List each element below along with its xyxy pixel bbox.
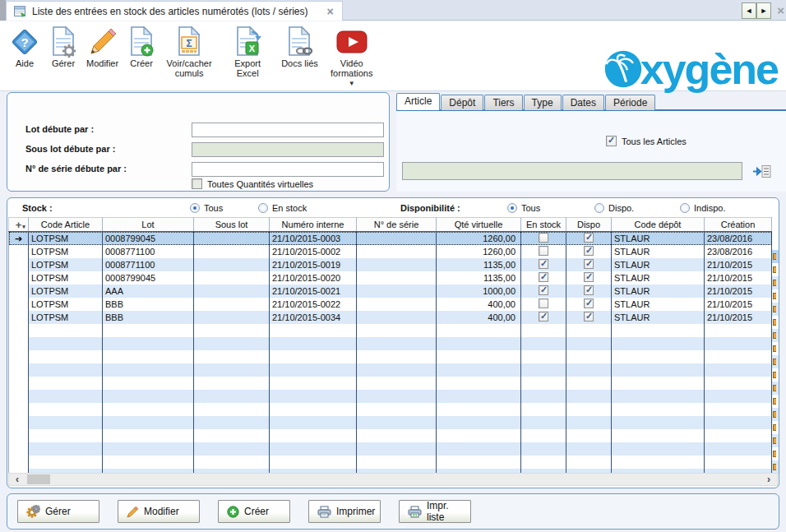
table-row[interactable]: LOTPSM000879904521/10/2015-00201135,00ST… (9, 271, 772, 285)
radio-en-stock[interactable]: En stock (258, 203, 307, 213)
dispo-checkbox[interactable] (584, 272, 594, 282)
tab-article[interactable]: Article (396, 93, 440, 110)
row-selector-cell[interactable] (9, 245, 29, 258)
table-row-empty[interactable] (9, 429, 772, 442)
grid-column-header-creation[interactable]: Création (705, 218, 772, 232)
grid-column-header-qte-virtuelle[interactable]: Qté virtuelle (437, 218, 521, 232)
toutes-quantites-checkbox[interactable] (192, 178, 202, 189)
radio-icon[interactable] (680, 203, 690, 213)
radio-tous[interactable]: Tous (190, 203, 223, 213)
window-close-icon[interactable]: × (777, 3, 784, 17)
grid-column-header-code-article[interactable]: Code Article (29, 218, 103, 232)
table-row[interactable]: ➔LOTPSM000879904521/10/2015-00031260,00S… (9, 232, 772, 246)
modifier-button[interactable]: Modifier (118, 500, 200, 523)
en-stock-checkbox[interactable] (539, 285, 548, 295)
table-row-empty[interactable] (9, 442, 772, 456)
lot-filter-input[interactable] (192, 123, 384, 137)
dispo-checkbox[interactable] (584, 259, 594, 269)
dispo-checkbox[interactable] (584, 285, 594, 295)
en-stock-checkbox[interactable] (539, 312, 548, 322)
toolbar-button-creer[interactable]: Créer (125, 24, 158, 70)
tab-periode[interactable]: Période (605, 95, 655, 110)
tous-articles-checkbox[interactable] (606, 136, 617, 146)
dispo-checkbox[interactable] (584, 312, 594, 322)
row-selector-cell[interactable] (9, 298, 29, 311)
toolbar-button-docs-lies[interactable]: Docs liés (279, 24, 321, 70)
row-selector-cell[interactable] (9, 403, 29, 416)
row-selector-cell[interactable] (9, 416, 29, 429)
radio-icon[interactable] (190, 203, 200, 213)
table-row-empty[interactable] (9, 350, 772, 363)
row-selector-cell[interactable] (9, 258, 29, 271)
row-selector-cell[interactable] (9, 285, 29, 298)
chevron-down-icon[interactable]: ▼ (349, 80, 355, 87)
horizontal-scrollbar[interactable]: ‹ › (8, 473, 778, 486)
row-selector-cell[interactable] (9, 271, 29, 285)
toolbar-button-aide[interactable]: ?Aide (7, 24, 43, 70)
tab-depot[interactable]: Dépôt (441, 95, 483, 110)
radio-tous[interactable]: Tous (507, 203, 540, 213)
en-stock-checkbox[interactable] (539, 298, 548, 308)
table-row[interactable]: LOTPSMBBB21/10/2015-0034400,00STLAUR21/1… (9, 311, 772, 324)
imprimer-button[interactable]: Imprimer (308, 500, 381, 523)
row-selector-cell[interactable]: ➔ (9, 232, 29, 246)
tab-type[interactable]: Type (524, 95, 562, 110)
table-row[interactable]: LOTPSMBBB21/10/2015-0022400,00STLAUR21/1… (9, 298, 772, 311)
table-row[interactable]: LOTPSMAAA21/10/2015-00211000,00STLAUR21/… (9, 285, 772, 298)
table-row-empty[interactable] (9, 337, 772, 350)
row-selector-cell[interactable] (9, 311, 29, 324)
scrollbar-thumb[interactable] (27, 474, 50, 484)
article-lookup-icon[interactable] (752, 164, 772, 178)
table-row[interactable]: LOTPSM000877110021/10/2015-00021260,00ST… (9, 245, 772, 258)
document-tab[interactable]: Liste des entrées en stock des articles … (6, 1, 343, 21)
grid-column-header-sous-lot[interactable]: Sous lot (194, 218, 270, 232)
dispo-checkbox[interactable] (584, 298, 594, 308)
en-stock-checkbox[interactable] (539, 259, 548, 269)
grid-column-header-n-de-serie[interactable]: N° de série (357, 218, 437, 232)
radio-dispo[interactable]: Dispo. (594, 203, 634, 213)
creer-button[interactable]: Créer (218, 500, 290, 523)
row-selector-cell[interactable] (9, 363, 29, 377)
row-selector-cell[interactable] (9, 324, 29, 337)
row-selector-cell[interactable] (9, 350, 29, 363)
toolbar-button-gerer[interactable]: Gérer (47, 24, 80, 70)
tab-dates[interactable]: Dates (562, 95, 604, 110)
toolbar-button-export-excel[interactable]: XExport Excel (220, 24, 275, 80)
table-row-empty[interactable] (9, 456, 772, 469)
table-row-empty[interactable] (9, 403, 772, 416)
row-selector-cell[interactable] (9, 429, 29, 442)
toolbar-button-video-formations[interactable]: Vidéo formations▼ (325, 24, 379, 89)
table-row-empty[interactable] (9, 324, 772, 337)
table-row-empty[interactable] (9, 416, 772, 429)
serie-filter-input[interactable] (192, 162, 384, 177)
tab-tiers[interactable]: Tiers (484, 95, 522, 110)
dispo-checkbox[interactable] (584, 233, 594, 243)
grid-column-header-code-depot[interactable]: Code dépôt (612, 218, 705, 232)
en-stock-checkbox[interactable] (539, 246, 548, 256)
scroll-left-icon[interactable]: ‹ (11, 474, 24, 485)
radio-icon[interactable] (507, 203, 517, 213)
toolbar-button-voir-cacher-cumuls[interactable]: ΣVoir/cacher cumuls (162, 24, 216, 80)
nav-forward-button[interactable]: ► (756, 2, 771, 19)
gerer-button[interactable]: Gérer (17, 500, 99, 523)
dispo-checkbox[interactable] (584, 246, 594, 256)
row-selector-cell[interactable] (9, 377, 29, 390)
grid-column-header-dispo[interactable]: Dispo (566, 218, 612, 232)
grid-column-header-numero-interne[interactable]: Numéro interne (270, 218, 357, 232)
row-selector-cell[interactable] (9, 337, 29, 350)
sous-lot-filter-input[interactable] (192, 142, 384, 157)
table-row-empty[interactable] (9, 390, 772, 403)
grid-column-chooser[interactable]: +▾ (9, 218, 29, 232)
grid-column-header-lot[interactable]: Lot (103, 218, 194, 232)
en-stock-checkbox[interactable] (539, 272, 548, 282)
en-stock-checkbox[interactable] (539, 233, 548, 243)
row-selector-cell[interactable] (9, 442, 29, 456)
impr-liste-button[interactable]: Impr. liste (399, 500, 471, 523)
row-selector-cell[interactable] (9, 456, 29, 469)
nav-back-button[interactable]: ◄ (742, 2, 756, 19)
table-row-empty[interactable] (9, 377, 772, 390)
radio-icon[interactable] (594, 203, 604, 213)
radio-indispo[interactable]: Indispo. (680, 203, 726, 213)
radio-icon[interactable] (258, 203, 268, 213)
tab-close-icon[interactable]: × (326, 5, 333, 18)
